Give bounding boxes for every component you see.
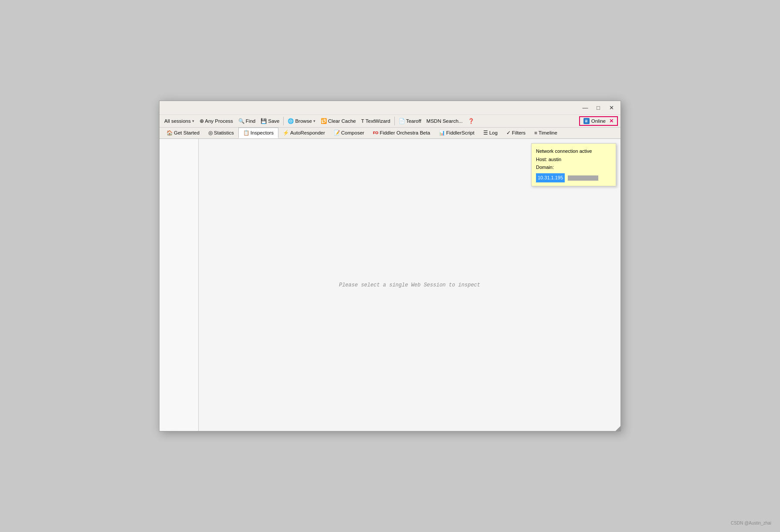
network-tooltip: Network connection active Host: austin D… bbox=[531, 143, 616, 186]
main-content: Please select a single Web Session to in… bbox=[159, 139, 621, 431]
save-button[interactable]: 💾 Save bbox=[258, 117, 281, 125]
close-button[interactable]: ✕ bbox=[605, 104, 618, 112]
tearoff-button[interactable]: 📄 Tearoff bbox=[397, 117, 424, 125]
all-sessions-button[interactable]: All sessions ▾ bbox=[162, 118, 197, 125]
title-bar: — □ ✕ bbox=[159, 101, 621, 115]
all-sessions-label: All sessions bbox=[164, 118, 191, 124]
tooltip-ip-row: 10.31.1.195 bbox=[536, 173, 611, 182]
any-process-button[interactable]: ⊕ Any Process bbox=[197, 117, 235, 125]
autoresponder-icon: ⚡ bbox=[283, 130, 289, 136]
toolbar-separator-2 bbox=[394, 117, 395, 125]
statistics-icon: ◎ bbox=[208, 130, 213, 136]
textwizard-button[interactable]: T TextWizard bbox=[359, 118, 393, 125]
fiddlerscript-icon: 📊 bbox=[439, 130, 445, 136]
any-process-label: ⊕ Any Process bbox=[200, 118, 233, 124]
tab-log[interactable]: ☰ Log bbox=[479, 128, 502, 138]
tab-timeline[interactable]: ≡ Timeline bbox=[530, 128, 562, 138]
get-started-icon: 🏠 bbox=[166, 130, 173, 136]
tab-autoresponder[interactable]: ⚡ AutoResponder bbox=[278, 128, 329, 138]
find-label: Find bbox=[246, 118, 255, 124]
tooltip-host-value: austin bbox=[549, 157, 561, 162]
app-window: — □ ✕ All sessions ▾ ⊕ Any Process 🔍 Fin… bbox=[159, 101, 621, 431]
inspector-panel: Please select a single Web Session to in… bbox=[199, 139, 621, 431]
tab-fiddler-orchestra-label: Fiddler Orchestra Beta bbox=[380, 130, 430, 135]
tooltip-host-label: Host: bbox=[536, 157, 547, 162]
tab-get-started[interactable]: 🏠 Get Started bbox=[162, 128, 204, 138]
tooltip-domain-label: Domain: bbox=[536, 165, 554, 170]
online-button[interactable]: 🖥 Online ✕ bbox=[579, 116, 618, 126]
filters-icon: ✓ bbox=[506, 130, 511, 136]
timeline-icon: ≡ bbox=[534, 130, 537, 135]
find-icon: 🔍 bbox=[238, 118, 244, 124]
tab-timeline-label: Timeline bbox=[539, 130, 557, 135]
tab-filters[interactable]: ✓ Filters bbox=[502, 128, 530, 138]
tab-statistics-label: Statistics bbox=[214, 130, 234, 135]
tab-inspectors-label: Inspectors bbox=[251, 130, 274, 135]
msdn-search-button[interactable]: MSDN Search... bbox=[424, 118, 465, 125]
clear-cache-button[interactable]: 🔁 Clear Cache bbox=[319, 117, 358, 125]
log-icon: ☰ bbox=[483, 130, 488, 136]
inspectors-icon: 📋 bbox=[243, 130, 249, 136]
session-list bbox=[159, 139, 199, 431]
toolbar-separator-1 bbox=[283, 117, 284, 125]
tearoff-icon: 📄 bbox=[399, 118, 405, 124]
tooltip-line1: Network connection active bbox=[536, 147, 611, 155]
save-icon: 💾 bbox=[261, 118, 267, 124]
find-button[interactable]: 🔍 Find bbox=[236, 117, 258, 125]
tab-inspectors[interactable]: 📋 Inspectors bbox=[238, 128, 278, 138]
inspector-placeholder: Please select a single Web Session to in… bbox=[339, 282, 480, 288]
tab-composer[interactable]: 📝 Composer bbox=[329, 128, 369, 138]
tooltip-host: Host: austin bbox=[536, 155, 611, 164]
textwizard-icon: T bbox=[361, 118, 364, 124]
watermark: CSDN @Austin_zhai bbox=[731, 521, 771, 525]
tooltip-blurred-value bbox=[568, 175, 598, 181]
fiddler-orchestra-icon: FO bbox=[373, 131, 379, 135]
dropdown-arrow-icon: ▾ bbox=[192, 119, 194, 123]
tearoff-label: Tearoff bbox=[406, 118, 421, 124]
tab-fiddlerscript-label: FiddlerScript bbox=[446, 130, 475, 135]
clear-cache-label: Clear Cache bbox=[328, 118, 356, 124]
browse-label: Browse bbox=[295, 118, 312, 124]
maximize-button[interactable]: □ bbox=[592, 104, 605, 112]
browse-dropdown-icon: ▾ bbox=[313, 119, 315, 123]
online-icon: 🖥 bbox=[583, 118, 590, 124]
resize-handle[interactable] bbox=[615, 426, 621, 431]
textwizard-label: TextWizard bbox=[366, 118, 390, 124]
help-icon: ❓ bbox=[468, 118, 474, 124]
help-icon-button[interactable]: ❓ bbox=[466, 117, 476, 125]
tab-autoresponder-label: AutoResponder bbox=[290, 130, 325, 135]
browse-button[interactable]: 🌐 Browse ▾ bbox=[285, 117, 317, 125]
tab-fiddlerscript[interactable]: 📊 FiddlerScript bbox=[434, 128, 479, 138]
tooltip-ip[interactable]: 10.31.1.195 bbox=[536, 173, 565, 182]
online-label: Online bbox=[591, 118, 606, 124]
tooltip-domain: Domain: bbox=[536, 163, 611, 172]
composer-icon: 📝 bbox=[334, 130, 340, 136]
tab-filters-label: Filters bbox=[512, 130, 526, 135]
tab-log-label: Log bbox=[489, 130, 498, 135]
save-label: Save bbox=[268, 118, 279, 124]
tab-composer-label: Composer bbox=[341, 130, 364, 135]
online-close-icon[interactable]: ✕ bbox=[609, 118, 614, 124]
tab-bar: 🏠 Get Started ◎ Statistics 📋 Inspectors … bbox=[159, 128, 621, 139]
browse-icon: 🌐 bbox=[288, 118, 294, 124]
tab-get-started-label: Get Started bbox=[174, 130, 200, 135]
toolbar: All sessions ▾ ⊕ Any Process 🔍 Find 💾 Sa… bbox=[159, 115, 621, 128]
msdn-label: MSDN Search... bbox=[427, 118, 463, 124]
tab-statistics[interactable]: ◎ Statistics bbox=[204, 128, 238, 138]
minimize-button[interactable]: — bbox=[579, 104, 592, 112]
tab-fiddler-orchestra[interactable]: FO Fiddler Orchestra Beta bbox=[369, 128, 434, 138]
clear-cache-icon: 🔁 bbox=[321, 118, 327, 124]
